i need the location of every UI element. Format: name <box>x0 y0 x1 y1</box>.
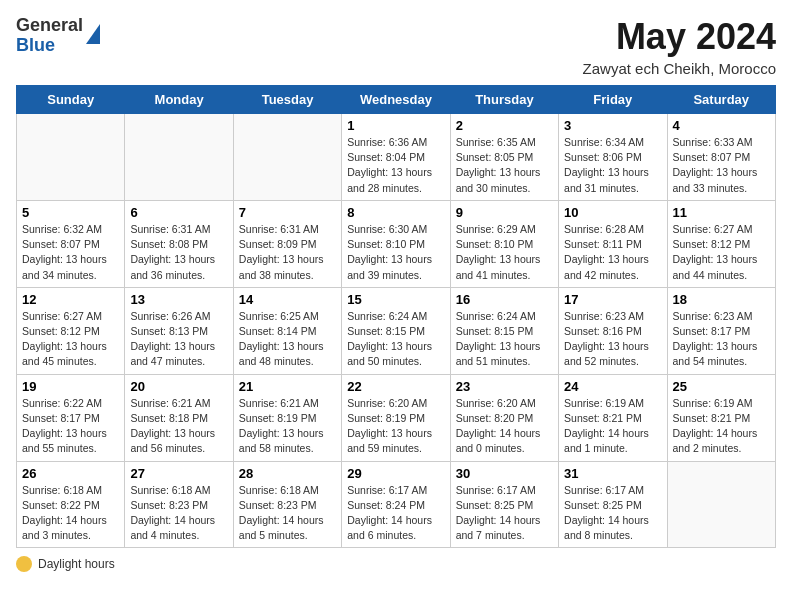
legend-label: Daylight hours <box>38 557 115 571</box>
day-info: Sunrise: 6:27 AM Sunset: 8:12 PM Dayligh… <box>22 309 119 370</box>
calendar-day: 13Sunrise: 6:26 AM Sunset: 8:13 PM Dayli… <box>125 287 233 374</box>
day-header-saturday: Saturday <box>667 86 775 114</box>
day-number: 12 <box>22 292 119 307</box>
month-title: May 2024 <box>583 16 776 58</box>
day-info: Sunrise: 6:23 AM Sunset: 8:17 PM Dayligh… <box>673 309 770 370</box>
calendar-day: 30Sunrise: 6:17 AM Sunset: 8:25 PM Dayli… <box>450 461 558 548</box>
calendar-day: 28Sunrise: 6:18 AM Sunset: 8:23 PM Dayli… <box>233 461 341 548</box>
day-number: 8 <box>347 205 444 220</box>
day-info: Sunrise: 6:18 AM Sunset: 8:22 PM Dayligh… <box>22 483 119 544</box>
day-info: Sunrise: 6:18 AM Sunset: 8:23 PM Dayligh… <box>239 483 336 544</box>
calendar-week-row: 5Sunrise: 6:32 AM Sunset: 8:07 PM Daylig… <box>17 200 776 287</box>
day-number: 1 <box>347 118 444 133</box>
day-info: Sunrise: 6:25 AM Sunset: 8:14 PM Dayligh… <box>239 309 336 370</box>
calendar-day: 16Sunrise: 6:24 AM Sunset: 8:15 PM Dayli… <box>450 287 558 374</box>
day-info: Sunrise: 6:31 AM Sunset: 8:09 PM Dayligh… <box>239 222 336 283</box>
calendar-day: 7Sunrise: 6:31 AM Sunset: 8:09 PM Daylig… <box>233 200 341 287</box>
calendar-day: 5Sunrise: 6:32 AM Sunset: 8:07 PM Daylig… <box>17 200 125 287</box>
day-number: 9 <box>456 205 553 220</box>
day-header-sunday: Sunday <box>17 86 125 114</box>
day-number: 6 <box>130 205 227 220</box>
calendar-day: 6Sunrise: 6:31 AM Sunset: 8:08 PM Daylig… <box>125 200 233 287</box>
calendar-day: 14Sunrise: 6:25 AM Sunset: 8:14 PM Dayli… <box>233 287 341 374</box>
day-number: 30 <box>456 466 553 481</box>
sun-icon <box>16 556 32 572</box>
day-number: 24 <box>564 379 661 394</box>
day-number: 27 <box>130 466 227 481</box>
calendar-day: 29Sunrise: 6:17 AM Sunset: 8:24 PM Dayli… <box>342 461 450 548</box>
day-info: Sunrise: 6:24 AM Sunset: 8:15 PM Dayligh… <box>456 309 553 370</box>
day-number: 3 <box>564 118 661 133</box>
calendar-day <box>17 114 125 201</box>
calendar-day <box>667 461 775 548</box>
day-info: Sunrise: 6:32 AM Sunset: 8:07 PM Dayligh… <box>22 222 119 283</box>
calendar-week-row: 26Sunrise: 6:18 AM Sunset: 8:22 PM Dayli… <box>17 461 776 548</box>
day-number: 23 <box>456 379 553 394</box>
day-info: Sunrise: 6:26 AM Sunset: 8:13 PM Dayligh… <box>130 309 227 370</box>
calendar-day: 9Sunrise: 6:29 AM Sunset: 8:10 PM Daylig… <box>450 200 558 287</box>
day-info: Sunrise: 6:31 AM Sunset: 8:08 PM Dayligh… <box>130 222 227 283</box>
day-number: 11 <box>673 205 770 220</box>
location-text: Zawyat ech Cheikh, Morocco <box>583 60 776 77</box>
calendar-header-row: SundayMondayTuesdayWednesdayThursdayFrid… <box>17 86 776 114</box>
day-info: Sunrise: 6:18 AM Sunset: 8:23 PM Dayligh… <box>130 483 227 544</box>
day-info: Sunrise: 6:29 AM Sunset: 8:10 PM Dayligh… <box>456 222 553 283</box>
calendar-day: 23Sunrise: 6:20 AM Sunset: 8:20 PM Dayli… <box>450 374 558 461</box>
logo-general: General <box>16 15 83 35</box>
day-header-tuesday: Tuesday <box>233 86 341 114</box>
calendar-day: 19Sunrise: 6:22 AM Sunset: 8:17 PM Dayli… <box>17 374 125 461</box>
calendar-day: 17Sunrise: 6:23 AM Sunset: 8:16 PM Dayli… <box>559 287 667 374</box>
day-header-thursday: Thursday <box>450 86 558 114</box>
day-info: Sunrise: 6:36 AM Sunset: 8:04 PM Dayligh… <box>347 135 444 196</box>
day-number: 18 <box>673 292 770 307</box>
calendar-day: 1Sunrise: 6:36 AM Sunset: 8:04 PM Daylig… <box>342 114 450 201</box>
calendar-day: 25Sunrise: 6:19 AM Sunset: 8:21 PM Dayli… <box>667 374 775 461</box>
calendar-day: 21Sunrise: 6:21 AM Sunset: 8:19 PM Dayli… <box>233 374 341 461</box>
day-info: Sunrise: 6:19 AM Sunset: 8:21 PM Dayligh… <box>564 396 661 457</box>
calendar-day: 22Sunrise: 6:20 AM Sunset: 8:19 PM Dayli… <box>342 374 450 461</box>
day-number: 29 <box>347 466 444 481</box>
day-info: Sunrise: 6:28 AM Sunset: 8:11 PM Dayligh… <box>564 222 661 283</box>
calendar-day: 11Sunrise: 6:27 AM Sunset: 8:12 PM Dayli… <box>667 200 775 287</box>
day-info: Sunrise: 6:22 AM Sunset: 8:17 PM Dayligh… <box>22 396 119 457</box>
day-info: Sunrise: 6:17 AM Sunset: 8:25 PM Dayligh… <box>456 483 553 544</box>
day-number: 28 <box>239 466 336 481</box>
title-block: May 2024 Zawyat ech Cheikh, Morocco <box>583 16 776 77</box>
day-info: Sunrise: 6:30 AM Sunset: 8:10 PM Dayligh… <box>347 222 444 283</box>
day-number: 20 <box>130 379 227 394</box>
calendar-day: 20Sunrise: 6:21 AM Sunset: 8:18 PM Dayli… <box>125 374 233 461</box>
logo-blue: Blue <box>16 35 55 55</box>
day-info: Sunrise: 6:27 AM Sunset: 8:12 PM Dayligh… <box>673 222 770 283</box>
day-number: 4 <box>673 118 770 133</box>
calendar-day: 27Sunrise: 6:18 AM Sunset: 8:23 PM Dayli… <box>125 461 233 548</box>
calendar-week-row: 12Sunrise: 6:27 AM Sunset: 8:12 PM Dayli… <box>17 287 776 374</box>
day-number: 25 <box>673 379 770 394</box>
day-info: Sunrise: 6:21 AM Sunset: 8:18 PM Dayligh… <box>130 396 227 457</box>
day-info: Sunrise: 6:34 AM Sunset: 8:06 PM Dayligh… <box>564 135 661 196</box>
calendar-week-row: 19Sunrise: 6:22 AM Sunset: 8:17 PM Dayli… <box>17 374 776 461</box>
calendar-day: 3Sunrise: 6:34 AM Sunset: 8:06 PM Daylig… <box>559 114 667 201</box>
day-number: 26 <box>22 466 119 481</box>
day-info: Sunrise: 6:17 AM Sunset: 8:24 PM Dayligh… <box>347 483 444 544</box>
calendar-day: 26Sunrise: 6:18 AM Sunset: 8:22 PM Dayli… <box>17 461 125 548</box>
day-info: Sunrise: 6:19 AM Sunset: 8:21 PM Dayligh… <box>673 396 770 457</box>
day-header-monday: Monday <box>125 86 233 114</box>
calendar-day: 2Sunrise: 6:35 AM Sunset: 8:05 PM Daylig… <box>450 114 558 201</box>
page-header: General Blue May 2024 Zawyat ech Cheikh,… <box>16 16 776 77</box>
day-number: 17 <box>564 292 661 307</box>
day-number: 19 <box>22 379 119 394</box>
calendar-day: 24Sunrise: 6:19 AM Sunset: 8:21 PM Dayli… <box>559 374 667 461</box>
day-number: 13 <box>130 292 227 307</box>
calendar-day: 12Sunrise: 6:27 AM Sunset: 8:12 PM Dayli… <box>17 287 125 374</box>
day-number: 10 <box>564 205 661 220</box>
day-info: Sunrise: 6:17 AM Sunset: 8:25 PM Dayligh… <box>564 483 661 544</box>
day-info: Sunrise: 6:20 AM Sunset: 8:19 PM Dayligh… <box>347 396 444 457</box>
day-info: Sunrise: 6:20 AM Sunset: 8:20 PM Dayligh… <box>456 396 553 457</box>
logo: General Blue <box>16 16 100 56</box>
day-info: Sunrise: 6:24 AM Sunset: 8:15 PM Dayligh… <box>347 309 444 370</box>
day-number: 31 <box>564 466 661 481</box>
day-header-friday: Friday <box>559 86 667 114</box>
day-info: Sunrise: 6:21 AM Sunset: 8:19 PM Dayligh… <box>239 396 336 457</box>
calendar-day: 31Sunrise: 6:17 AM Sunset: 8:25 PM Dayli… <box>559 461 667 548</box>
calendar-day <box>125 114 233 201</box>
